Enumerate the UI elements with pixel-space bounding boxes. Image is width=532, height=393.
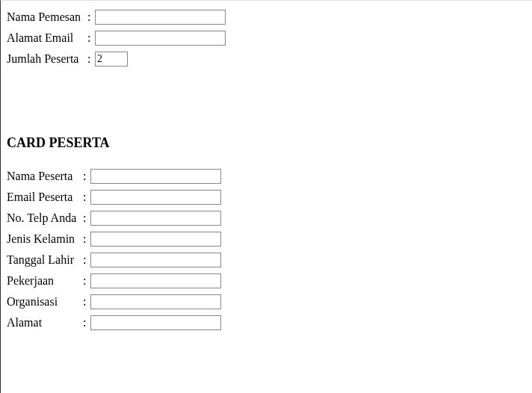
participant-heading: CARD PESERTA	[7, 135, 526, 151]
participant-gender-input[interactable]	[90, 232, 221, 247]
participant-phone-row: No. Telp Anda :	[7, 209, 526, 227]
colon: :	[83, 295, 90, 309]
participant-email-row: Email Peserta :	[7, 188, 526, 206]
participant-name-label: Nama Peserta	[7, 170, 83, 183]
participant-birthdate-input[interactable]	[90, 253, 221, 267]
participant-address-input[interactable]	[90, 315, 221, 330]
participant-gender-row: Jenis Kelamin :	[7, 230, 526, 248]
participant-occupation-input[interactable]	[90, 273, 221, 288]
orderer-email-input[interactable]	[95, 31, 226, 46]
participant-organization-row: Organisasi :	[7, 293, 526, 311]
participant-name-row: Nama Peserta :	[7, 167, 526, 185]
orderer-name-label: Nama Pemesan	[7, 10, 87, 24]
participant-email-label: Email Peserta	[7, 191, 83, 204]
participant-name-input[interactable]	[90, 169, 221, 184]
colon: :	[83, 253, 90, 267]
orderer-email-row: Alamat Email :	[7, 29, 526, 47]
colon: :	[87, 31, 95, 45]
participant-birthdate-label: Tanggal Lahir	[7, 253, 83, 267]
colon: :	[83, 211, 90, 225]
orderer-count-label: Jumlah Peserta	[7, 52, 87, 66]
participant-address-label: Alamat	[7, 316, 83, 329]
orderer-email-label: Alamat Email	[7, 31, 87, 45]
participant-organization-label: Organisasi	[7, 295, 83, 309]
orderer-count-row: Jumlah Peserta :	[7, 50, 526, 68]
participant-gender-label: Jenis Kelamin	[7, 232, 83, 246]
participant-occupation-label: Pekerjaan	[7, 274, 83, 288]
colon: :	[87, 52, 95, 66]
participant-phone-label: No. Telp Anda	[7, 211, 83, 225]
colon: :	[83, 170, 90, 183]
colon: :	[87, 10, 95, 24]
participant-occupation-row: Pekerjaan :	[7, 272, 526, 290]
orderer-name-input[interactable]	[95, 10, 226, 25]
participant-address-row: Alamat :	[7, 314, 526, 332]
orderer-section: Nama Pemesan : Alamat Email : Jumlah Pes…	[7, 8, 526, 68]
orderer-count-input[interactable]	[95, 52, 128, 66]
participant-phone-input[interactable]	[90, 211, 221, 226]
colon: :	[83, 232, 90, 246]
participant-birthdate-row: Tanggal Lahir :	[7, 251, 526, 269]
form-container: Nama Pemesan : Alamat Email : Jumlah Pes…	[1, 1, 532, 342]
orderer-name-row: Nama Pemesan :	[7, 8, 526, 26]
colon: :	[83, 274, 90, 288]
colon: :	[83, 316, 90, 329]
participant-organization-input[interactable]	[90, 294, 221, 309]
colon: :	[83, 191, 90, 204]
participant-email-input[interactable]	[90, 190, 221, 205]
participant-section: Nama Peserta : Email Peserta : No. Telp …	[7, 167, 526, 332]
